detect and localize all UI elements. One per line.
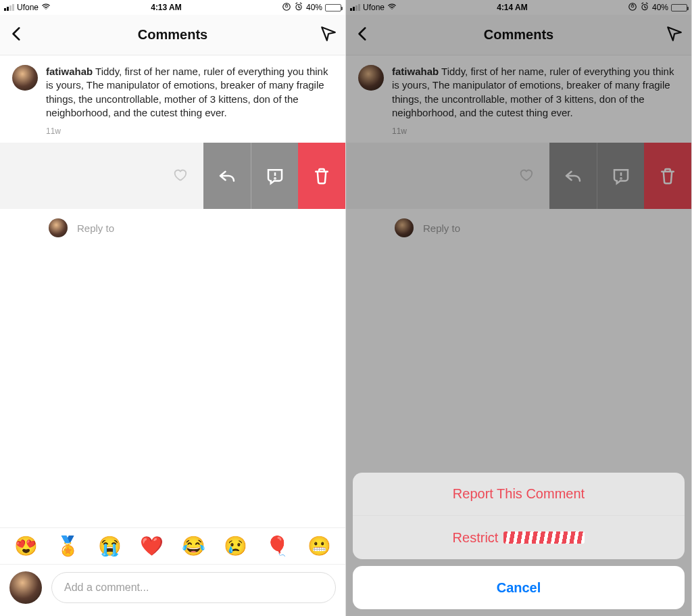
battery-percentage: 40% [306, 3, 322, 12]
caption-age: 11w [392, 126, 679, 136]
post-caption: fatiwahab Tiddy, first of her name, rule… [346, 55, 691, 143]
reply-row: Reply to [0, 209, 345, 247]
caption-text: fatiwahab Tiddy, first of her name, rule… [392, 65, 679, 120]
emoji-tear[interactable]: 😢 [224, 535, 247, 557]
screenshot-left: Ufone 4:13 AM 40% Comments [0, 0, 346, 616]
delete-action-button[interactable] [644, 143, 691, 209]
emoji-red-heart[interactable]: ❤️ [140, 535, 164, 557]
post-caption: fatiwahab Tiddy, first of her name, rule… [0, 55, 345, 143]
comment-input[interactable]: Add a comment... [51, 572, 336, 603]
svg-point-9 [620, 178, 621, 179]
heart-icon[interactable] [518, 167, 533, 185]
sheet-report-button[interactable]: Report This Comment [353, 473, 685, 516]
emoji-joy[interactable]: 😂 [182, 535, 205, 557]
redacted-username [503, 531, 585, 544]
sheet-cancel-label: Cancel [497, 580, 541, 596]
wifi-icon [387, 2, 397, 14]
heart-icon[interactable] [172, 167, 187, 185]
caption-text: fatiwahab Tiddy, first of her name, rule… [46, 65, 333, 120]
comment-placeholder: Add a comment... [64, 582, 149, 594]
emoji-medal[interactable]: 🏅 [56, 535, 80, 557]
reply-action-button[interactable] [203, 143, 251, 209]
caption-username[interactable]: fatiwahab [392, 66, 439, 77]
nav-header: Comments [346, 15, 691, 55]
compose-bar: Add a comment... [0, 564, 345, 616]
emoji-heart-eyes[interactable]: 😍 [14, 535, 38, 557]
emoji-balloon[interactable]: 🎈 [266, 535, 289, 557]
reply-action-button[interactable] [549, 143, 597, 209]
orientation-lock-icon [282, 2, 291, 14]
page-title: Comments [484, 27, 553, 43]
svg-rect-1 [285, 5, 288, 7]
emoji-grimace[interactable]: 😬 [307, 535, 331, 557]
sheet-restrict-label: Restrict [453, 530, 499, 546]
sheet-report-label: Report This Comment [453, 486, 585, 502]
avatar[interactable] [12, 65, 38, 91]
carrier-name: Ufone [17, 3, 39, 12]
status-bar: Ufone 4:14 AM 40% [346, 0, 691, 15]
alarm-icon [640, 2, 649, 14]
action-sheet: Report This Comment Restrict Cancel [353, 473, 685, 609]
caption-username[interactable]: fatiwahab [46, 66, 93, 77]
avatar[interactable] [358, 65, 384, 91]
avatar[interactable] [49, 218, 68, 237]
sheet-restrict-button[interactable]: Restrict [353, 516, 685, 559]
battery-percentage: 40% [652, 3, 668, 12]
alarm-icon [294, 2, 303, 14]
status-bar: Ufone 4:13 AM 40% [0, 0, 345, 15]
page-title: Comments [138, 27, 207, 43]
wifi-icon [41, 2, 51, 14]
carrier-name: Ufone [363, 3, 385, 12]
caption-age: 11w [46, 126, 333, 136]
report-action-button[interactable] [251, 143, 298, 209]
status-time: 4:13 AM [151, 3, 182, 12]
reply-to-label: Reply to [423, 222, 460, 234]
avatar[interactable] [395, 218, 414, 237]
signal-bars-icon [4, 4, 14, 11]
swiped-comment-actions [0, 143, 345, 209]
orientation-lock-icon [628, 2, 637, 14]
avatar[interactable] [9, 571, 42, 604]
signal-bars-icon [350, 4, 360, 11]
back-button[interactable] [8, 25, 26, 45]
battery-icon [325, 4, 341, 11]
delete-action-button[interactable] [298, 143, 345, 209]
emoji-cry[interactable]: 😭 [98, 535, 122, 557]
sheet-cancel-button[interactable]: Cancel [353, 566, 685, 609]
share-button[interactable] [666, 25, 683, 45]
status-time: 4:14 AM [497, 3, 528, 12]
svg-point-4 [274, 178, 275, 179]
battery-icon [671, 4, 687, 11]
nav-header: Comments [0, 15, 345, 55]
reply-row: Reply to [346, 209, 691, 247]
screenshot-right: Ufone 4:14 AM 40% Comments [346, 0, 692, 616]
report-action-button[interactable] [597, 143, 644, 209]
svg-rect-6 [631, 5, 634, 7]
swiped-comment-actions [346, 143, 691, 209]
reply-to-label: Reply to [77, 222, 114, 234]
emoji-quick-row: 😍 🏅 😭 ❤️ 😂 😢 🎈 😬 [0, 527, 345, 564]
back-button[interactable] [354, 25, 372, 45]
share-button[interactable] [320, 25, 337, 45]
